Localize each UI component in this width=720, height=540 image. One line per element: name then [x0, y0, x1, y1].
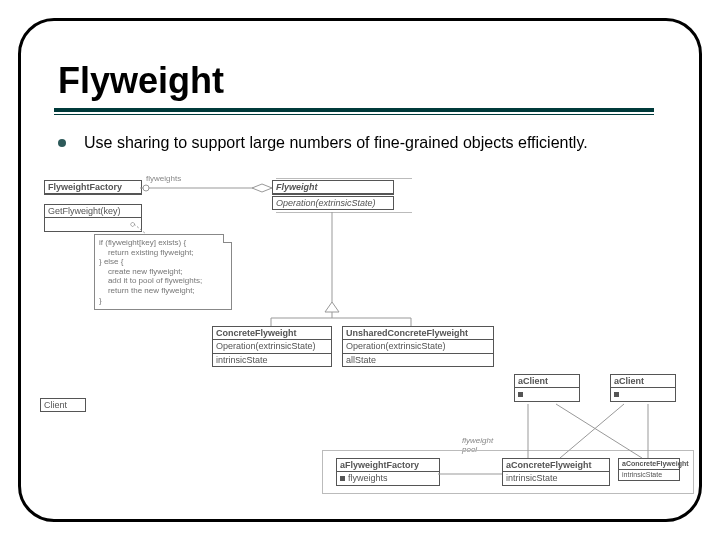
class-client: Client — [40, 398, 86, 412]
class-name: Flyweight — [273, 181, 393, 194]
class-state: allState — [343, 354, 493, 366]
pool-boundary — [322, 450, 694, 494]
class-unsharedconcreteflyweight: UnsharedConcreteFlyweight Operation(extr… — [342, 326, 494, 367]
class-state: intrinsicState — [213, 354, 331, 366]
association-label: flyweights — [146, 174, 181, 183]
slide-title: Flyweight — [58, 60, 224, 102]
class-name: ConcreteFlyweight — [213, 327, 331, 340]
link-square-icon — [614, 392, 619, 397]
class-concreteflyweight: ConcreteFlyweight Operation(extrinsicSta… — [212, 326, 332, 367]
svg-marker-4 — [325, 302, 339, 312]
class-name: Client — [41, 399, 85, 411]
class-op: GetFlyweight(key) — [45, 205, 141, 218]
title-rule-thin — [54, 114, 654, 115]
class-op: Operation(extrinsicState) — [213, 340, 331, 353]
obj-aclient-2: aClient — [610, 374, 676, 402]
bullet-row: Use sharing to support large numbers of … — [58, 134, 588, 152]
pseudocode-note: if (flyweight[key] exists) { return exis… — [94, 234, 232, 310]
class-flyweight: Flyweight — [272, 180, 394, 195]
title-rule-thick — [54, 108, 654, 112]
bullet-text: Use sharing to support large numbers of … — [84, 134, 588, 152]
class-flyweightfactory: FlyweightFactory — [44, 180, 142, 195]
class-flyweight-ops: Operation(extrinsicState) — [272, 196, 394, 210]
bullet-dot-icon — [58, 139, 66, 147]
obj-name: aClient — [611, 375, 675, 388]
class-flyweightfactory-ops: GetFlyweight(key) ○ — [44, 204, 142, 232]
note-text: if (flyweight[key] exists) { return exis… — [99, 238, 202, 305]
svg-marker-1 — [252, 184, 272, 192]
class-op: Operation(extrinsicState) — [273, 197, 393, 209]
link-square-icon — [518, 392, 523, 397]
class-name: FlyweightFactory — [45, 181, 141, 194]
obj-name: aClient — [515, 375, 579, 388]
diagram-area: FlyweightFactory GetFlyweight(key) ○ fly… — [36, 168, 684, 508]
note-fold-icon — [223, 234, 232, 243]
obj-aclient-1: aClient — [514, 374, 580, 402]
svg-point-2 — [143, 185, 149, 191]
class-name: UnsharedConcreteFlyweight — [343, 327, 493, 340]
class-op: Operation(extrinsicState) — [343, 340, 493, 353]
